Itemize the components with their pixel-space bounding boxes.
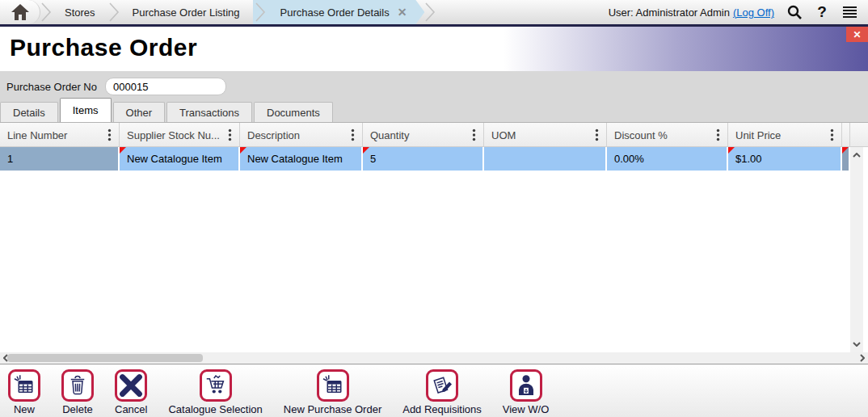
hamburger-menu-icon xyxy=(843,6,857,18)
cell-partial xyxy=(842,147,850,171)
breadcrumb-item-stores[interactable]: Stores xyxy=(52,0,108,24)
breadcrumb-item-purchase-order-listing[interactable]: Purchase Order Listing xyxy=(120,0,253,24)
column-label: Unit Price xyxy=(735,129,781,141)
help-button[interactable]: ? xyxy=(808,0,836,24)
toolbar-button-label: Delete xyxy=(62,403,93,415)
column-header-discount[interactable]: Discount % xyxy=(607,123,728,147)
column-label: Quantity xyxy=(370,129,409,141)
close-tab-icon[interactable]: ✕ xyxy=(396,6,409,19)
horizontal-scrollbar[interactable] xyxy=(0,352,868,364)
tab-transactions[interactable]: Transactions xyxy=(166,102,252,122)
title-band: Purchase Order ✕ xyxy=(0,27,868,71)
note-pencil-icon xyxy=(430,373,454,398)
chevron-separator-icon xyxy=(40,2,52,23)
horizontal-scroll-thumb[interactable] xyxy=(7,354,203,362)
column-label: Discount % xyxy=(614,129,668,141)
user-label: User: Administrator Admin xyxy=(609,6,730,19)
table-header: Line Number Supplier Stock Nu... Descrip… xyxy=(0,123,868,147)
column-menu-icon[interactable] xyxy=(595,128,599,141)
column-label: UOM xyxy=(491,129,516,141)
cell-unit-price[interactable]: $1.00 xyxy=(728,147,842,171)
catalogue-selection-button[interactable]: Catalogue Selection xyxy=(168,369,262,415)
tab-items[interactable]: Items xyxy=(60,98,112,122)
column-label: Line Number xyxy=(7,129,67,141)
new-grid-icon xyxy=(321,373,345,398)
tab-documents[interactable]: Documents xyxy=(254,102,333,122)
column-menu-icon[interactable] xyxy=(228,128,232,141)
form-strip: Purchase Order No Details Items Other Tr… xyxy=(0,71,868,123)
log-off-link[interactable]: (Log Off) xyxy=(733,6,774,19)
column-label: Supplier Stock Nu... xyxy=(127,129,220,141)
toolbar-button-label: New Purchase Order xyxy=(284,403,381,415)
close-icon: ✕ xyxy=(853,29,861,40)
delete-button[interactable]: Delete xyxy=(61,369,94,415)
scroll-down-button[interactable] xyxy=(850,338,863,351)
home-button[interactable] xyxy=(0,0,40,24)
column-menu-icon[interactable] xyxy=(107,128,112,141)
chevron-separator-icon xyxy=(255,2,266,23)
menu-button[interactable] xyxy=(836,0,863,24)
tab-details[interactable]: Details xyxy=(0,102,58,122)
column-header-line-number[interactable]: Line Number xyxy=(0,123,120,147)
scroll-up-button[interactable] xyxy=(850,149,863,162)
breadcrumb-item-purchase-order-details[interactable]: Purchase Order Details ✕ xyxy=(253,0,425,24)
new-grid-icon xyxy=(12,373,36,398)
column-header-uom[interactable]: UOM xyxy=(484,123,607,147)
breadcrumb: Stores Purchase Order Listing Purchase O… xyxy=(0,0,868,27)
chevron-down-icon xyxy=(853,342,861,347)
new-purchase-order-button[interactable]: New Purchase Order xyxy=(284,369,381,415)
new-button[interactable]: New xyxy=(8,369,40,415)
toolbar-button-label: Add Requisitions xyxy=(402,403,482,415)
toolbar-button-label: Catalogue Selection xyxy=(168,403,262,415)
cell-line-number[interactable]: 1 xyxy=(0,147,120,171)
column-header-description[interactable]: Description xyxy=(240,123,363,147)
search-button[interactable] xyxy=(781,0,808,24)
home-icon xyxy=(11,3,30,21)
scroll-right-button[interactable] xyxy=(857,352,867,364)
chevron-separator-icon xyxy=(108,2,120,23)
toolbar-button-label: View W/O xyxy=(503,403,550,415)
purchase-order-no-label: Purchase Order No xyxy=(0,81,105,93)
column-menu-icon[interactable] xyxy=(716,128,720,141)
tab-other[interactable]: Other xyxy=(113,102,166,122)
cancel-button[interactable]: Cancel xyxy=(115,369,147,415)
vertical-scrollbar[interactable] xyxy=(850,147,863,352)
chevron-right-icon xyxy=(860,354,865,362)
purchase-order-no-input[interactable] xyxy=(105,78,226,95)
chevron-separator-icon xyxy=(424,2,436,23)
column-header-unit-price[interactable]: Unit Price xyxy=(728,123,842,147)
chevron-up-icon xyxy=(853,153,861,158)
breadcrumb-active-label: Purchase Order Details xyxy=(272,6,390,19)
purchase-order-window: Stores Purchase Order Listing Purchase O… xyxy=(0,0,868,417)
cancel-x-icon xyxy=(119,373,143,398)
help-icon: ? xyxy=(817,3,827,21)
tab-bar: Details Items Other Transactions Documen… xyxy=(0,98,335,122)
cell-uom[interactable] xyxy=(484,147,607,171)
column-header-supplier-stock-number[interactable]: Supplier Stock Nu... xyxy=(120,123,240,147)
cell-quantity[interactable]: 5 xyxy=(363,147,484,171)
cell-supplier-stock-number[interactable]: New Catalogue Item xyxy=(120,147,240,171)
column-menu-icon[interactable] xyxy=(351,128,355,141)
search-icon xyxy=(786,4,803,20)
column-label: Description xyxy=(247,129,300,141)
person-document-icon xyxy=(514,373,538,398)
shopping-cart-icon xyxy=(204,373,228,398)
add-requisitions-button[interactable]: Add Requisitions xyxy=(402,369,482,415)
column-header-partial xyxy=(842,123,850,147)
column-menu-icon[interactable] xyxy=(830,128,834,141)
trash-icon xyxy=(65,373,90,398)
toolbar-button-label: Cancel xyxy=(115,403,147,415)
column-header-quantity[interactable]: Quantity xyxy=(363,123,484,147)
page-title: Purchase Order xyxy=(10,34,197,61)
close-page-button[interactable]: ✕ xyxy=(846,27,868,42)
table-row[interactable]: 1 New Catalogue Item New Catalogue Item … xyxy=(0,147,868,171)
cell-description[interactable]: New Catalogue Item xyxy=(240,147,363,171)
toolbar-button-label: New xyxy=(14,403,35,415)
view-wo-button[interactable]: View W/O xyxy=(503,369,550,415)
cell-discount[interactable]: 0.00% xyxy=(607,147,728,171)
action-toolbar: New Delete Cancel xyxy=(0,364,868,417)
column-menu-icon[interactable] xyxy=(472,128,476,141)
